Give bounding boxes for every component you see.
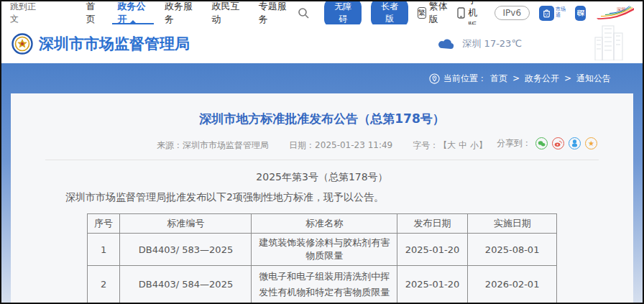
breadcrumb: 当前位置： 首页 > 政务公开 > 通知公告 bbox=[1, 63, 643, 93]
elder-version-button[interactable]: 长者版 bbox=[371, 0, 408, 27]
breadcrumb-home[interactable]: 首页 bbox=[490, 73, 507, 85]
article-title: 深圳市地方标准批准发布公告（总第178号） bbox=[45, 111, 599, 127]
meta-divider bbox=[45, 160, 599, 160]
meta-font-size: 字号：【大 中 小】 bbox=[413, 139, 487, 152]
cell-publish-date: 2025-01-20 bbox=[397, 234, 468, 266]
content-band: 当前位置： 首页 > 政务公开 > 通知公告 深圳市地方标准批准发布公告（总第1… bbox=[1, 63, 643, 303]
agency-emblem-logo bbox=[12, 33, 33, 55]
cell-index: 2 bbox=[87, 266, 120, 304]
nav-item-public-interaction[interactable]: 政民互动 bbox=[203, 1, 250, 24]
shenzhen-city-logo[interactable]: 深圳 bbox=[595, 5, 635, 21]
table-row: 1 DB4403/ 583—2025 建筑装饰装修涂料与胶粘剂有害物质限量 20… bbox=[87, 234, 557, 266]
svg-text:深圳: 深圳 bbox=[617, 6, 625, 11]
location-pin-icon bbox=[429, 73, 440, 84]
col-header-standard-no: 标准编号 bbox=[120, 214, 252, 234]
cell-effective-date: 2025-08-01 bbox=[468, 234, 557, 266]
breadcrumb-separator: > bbox=[564, 73, 571, 83]
site-title: 深圳市市场监督管理局 bbox=[39, 34, 190, 54]
cell-standard-name: 建筑装饰装修涂料与胶粘剂有害物质限量 bbox=[252, 234, 397, 266]
nav-item-gov-services[interactable]: 政务服务 bbox=[157, 1, 203, 24]
meta-date: 日期：2025-01-23 11:49 bbox=[289, 139, 392, 152]
ishenzhen-app-icon[interactable]: i深 bbox=[575, 6, 586, 21]
ipv6-badge[interactable]: IPv6 bbox=[494, 6, 530, 20]
search-icon[interactable] bbox=[298, 7, 309, 19]
weather-text: 深圳 17-23℃ bbox=[462, 37, 522, 50]
top-utility-bar: 跳到正文 首页 政务公开 政务服务 政民互动 专题服务 无障碍 长者版 繁 繁体… bbox=[1, 1, 643, 24]
cloud-icon bbox=[438, 39, 455, 49]
traditional-version-button[interactable]: 繁 繁体版 bbox=[418, 0, 448, 26]
main-nav: 首页 政务公开 政务服务 政民互动 专题服务 bbox=[78, 1, 298, 24]
market-app-label: 市场通 bbox=[556, 7, 566, 18]
building-illustration bbox=[585, 23, 630, 63]
breadcrumb-notices[interactable]: 通知公告 bbox=[576, 73, 611, 85]
col-header-effective-date: 实施日期 bbox=[468, 214, 557, 234]
font-size-control[interactable]: 【大 中 小】 bbox=[438, 140, 487, 150]
market-app-badge[interactable]: 市场通 bbox=[539, 6, 566, 21]
nav-item-special-services[interactable]: 专题服务 bbox=[251, 1, 298, 24]
document-number: 2025年第3号（总第178号） bbox=[45, 171, 599, 184]
cell-index: 1 bbox=[87, 234, 120, 266]
cell-publish-date: 2025-01-20 bbox=[397, 266, 468, 304]
qq-share-icon[interactable] bbox=[569, 137, 581, 149]
cell-standard-name: 微电子和电子组装用清洗剂中挥发性有机物和特定有害物质限量 bbox=[252, 266, 397, 304]
breadcrumb-separator: > bbox=[512, 73, 520, 83]
cell-standard-no: DB4403/ 584—2025 bbox=[120, 266, 252, 304]
cell-effective-date: 2026-02-01 bbox=[468, 266, 557, 304]
weibo-share-icon[interactable] bbox=[552, 137, 564, 149]
table-row: 2 DB4403/ 584—2025 微电子和电子组装用清洗剂中挥发性有机物和特… bbox=[87, 266, 557, 304]
market-app-icon bbox=[539, 6, 554, 21]
site-header: 深圳市市场监督管理局 深圳 17-23℃ bbox=[1, 24, 643, 63]
traditional-icon: 繁 bbox=[418, 7, 426, 19]
col-header-index: 序号 bbox=[87, 214, 120, 234]
wechat-share-icon[interactable] bbox=[535, 137, 548, 149]
breadcrumb-location-label: 当前位置： bbox=[443, 73, 487, 85]
share-bar: 分享到： ★ bbox=[497, 137, 597, 149]
breadcrumb-gov-disclosure[interactable]: 政务公开 bbox=[525, 73, 559, 85]
page: 跳到正文 首页 政务公开 政务服务 政民互动 专题服务 无障碍 长者版 繁 繁体… bbox=[0, 0, 644, 304]
cell-standard-no: DB4403/ 583—2025 bbox=[120, 234, 252, 266]
traditional-label: 繁体版 bbox=[429, 0, 448, 26]
skip-to-content-link[interactable]: 跳到正文 bbox=[10, 1, 41, 25]
share-label: 分享到： bbox=[497, 137, 531, 149]
article-meta: 来源：深圳市市场监督管理局 日期：2025-01-23 11:49 字号：【大 … bbox=[45, 139, 599, 152]
meta-source: 来源：深圳市市场监督管理局 bbox=[157, 139, 269, 152]
accessibility-button[interactable]: 无障碍 bbox=[324, 0, 362, 27]
announcement-paragraph: 深圳市市场监督管理局批准发布以下2项强制性地方标准，现予以公告。 bbox=[45, 191, 599, 204]
nav-item-gov-disclosure[interactable]: 政务公开 bbox=[109, 1, 156, 24]
favorite-share-icon[interactable]: ★ bbox=[585, 137, 597, 149]
standards-table: 序号 标准编号 标准名称 发布日期 实施日期 1 DB4403/ 583—202… bbox=[87, 213, 558, 304]
article-card: 深圳市地方标准批准发布公告（总第178号） 来源：深圳市市场监督管理局 日期：2… bbox=[11, 93, 633, 304]
nav-item-home[interactable]: 首页 bbox=[78, 1, 110, 24]
col-header-standard-name: 标准名称 bbox=[252, 214, 397, 234]
weather-widget: 深圳 17-23℃ bbox=[438, 37, 522, 50]
table-header-row: 序号 标准编号 标准名称 发布日期 实施日期 bbox=[87, 214, 557, 234]
phone-icon bbox=[457, 7, 465, 19]
col-header-publish-date: 发布日期 bbox=[397, 214, 468, 234]
